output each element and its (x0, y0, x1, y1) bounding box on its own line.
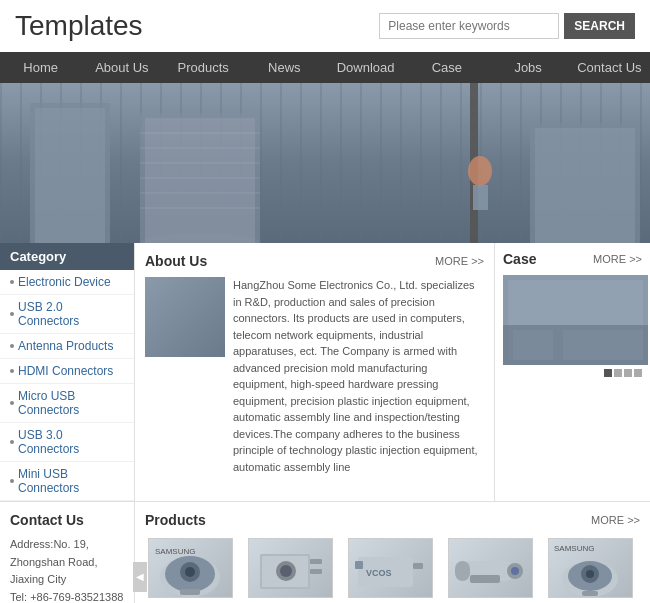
search-area: SEARCH (379, 13, 635, 39)
product-image-2 (248, 538, 333, 598)
product-image-4 (448, 538, 533, 598)
sidebar: Category Electronic Device USB 2.0 Conne… (0, 243, 135, 502)
product-cam-svg-4 (450, 539, 530, 597)
sidebar-item-miniusb[interactable]: Mini USB Connectors (0, 462, 134, 501)
svg-rect-47 (582, 591, 598, 596)
svg-rect-15 (535, 128, 635, 243)
sidebar-item-usb2[interactable]: USB 2.0 Connectors (0, 295, 134, 334)
svg-rect-36 (413, 563, 423, 569)
nav-products[interactable]: Products (163, 52, 244, 83)
page-dot-2[interactable] (614, 369, 622, 377)
svg-point-25 (185, 567, 195, 577)
products-grid: ◀ SAMSUNG Electronic device (145, 538, 640, 603)
svg-point-40 (511, 567, 519, 575)
svg-rect-41 (455, 561, 470, 581)
svg-point-46 (586, 570, 594, 578)
nav-jobs[interactable]: Jobs (488, 52, 569, 83)
pagination (503, 369, 642, 377)
products-more[interactable]: MORE >> (591, 514, 640, 526)
page-dot-4[interactable] (634, 369, 642, 377)
svg-rect-21 (603, 330, 643, 360)
category-title: Category (0, 243, 134, 270)
case-section: Case MORE >> (495, 243, 650, 502)
case-header: Case MORE >> (503, 251, 642, 267)
nav-download[interactable]: Download (325, 52, 406, 83)
product-image-1: SAMSUNG (148, 538, 233, 598)
sidebar-item-microusb[interactable]: Micro USB Connectors (0, 384, 134, 423)
contact-address: Address:No. 19, Zhongshan Road, Jiaxing … (10, 536, 124, 603)
product-item-2: Electronic device (248, 538, 338, 603)
about-title: About Us (145, 253, 207, 269)
product-image-5: SAMSUNG (548, 538, 633, 598)
case-more[interactable]: MORE >> (593, 253, 642, 265)
svg-rect-42 (470, 575, 500, 583)
main-content: Category Electronic Device USB 2.0 Conne… (0, 243, 650, 603)
page-dot-3[interactable] (624, 369, 632, 377)
site-title: Templates (15, 10, 143, 42)
sidebar-item-electronic[interactable]: Electronic Device (0, 270, 134, 295)
svg-rect-32 (310, 559, 322, 564)
contact-section: Contact Us Address:No. 19, Zhongshan Roa… (0, 502, 135, 603)
svg-text:SAMSUNG: SAMSUNG (554, 544, 594, 553)
case-title: Case (503, 251, 536, 267)
top-row: Category Electronic Device USB 2.0 Conne… (0, 243, 650, 502)
svg-rect-33 (310, 569, 322, 574)
nav-news[interactable]: News (244, 52, 325, 83)
sidebar-item-antenna[interactable]: Antenna Products (0, 334, 134, 359)
bottom-row: Contact Us Address:No. 19, Zhongshan Roa… (0, 502, 650, 603)
svg-rect-37 (355, 561, 363, 569)
tel-line: Tel: +86-769-83521388 (10, 589, 124, 603)
svg-text:VCOS: VCOS (366, 568, 392, 578)
products-title: Products (145, 512, 206, 528)
products-header: Products MORE >> (145, 512, 640, 528)
about-content: HangZhou Some Electronics Co., Ltd. spec… (145, 277, 484, 475)
search-input[interactable] (379, 13, 559, 39)
product-cam-svg-3: VCOS (350, 539, 430, 597)
svg-rect-19 (513, 330, 553, 360)
svg-rect-13 (473, 185, 488, 210)
products-prev-btn[interactable]: ◀ (133, 562, 147, 592)
page-dot-1[interactable] (604, 369, 612, 377)
svg-rect-20 (563, 330, 603, 360)
product-cam-svg-2 (250, 539, 330, 597)
svg-rect-26 (180, 589, 200, 595)
about-header: About Us MORE >> (145, 253, 484, 269)
about-section: About Us MORE >> HangZhou Some Electroni… (135, 243, 495, 502)
header: Templates SEARCH (0, 0, 650, 52)
nav-contact[interactable]: Contact Us (569, 52, 650, 83)
about-text: HangZhou Some Electronics Co., Ltd. spec… (233, 277, 484, 475)
case-svg (503, 275, 648, 365)
address-line: Address:No. 19, Zhongshan Road, Jiaxing … (10, 536, 124, 589)
svg-rect-1 (35, 108, 105, 243)
search-button[interactable]: SEARCH (564, 13, 635, 39)
product-item-5: SAMSUNG Electronic device (548, 538, 638, 603)
contact-title: Contact Us (10, 512, 124, 528)
nav-home[interactable]: Home (0, 52, 81, 83)
svg-point-12 (468, 156, 492, 186)
about-more[interactable]: MORE >> (435, 255, 484, 267)
product-item-3: VCOS Electronic device (348, 538, 438, 603)
hero-svg (0, 83, 650, 243)
product-cam-svg-5: SAMSUNG (550, 539, 630, 597)
product-item-4: Electronic device (448, 538, 538, 603)
about-image (145, 277, 225, 357)
nav-case[interactable]: Case (406, 52, 487, 83)
svg-rect-4 (145, 118, 255, 243)
main-nav: Home About Us Products News Download Cas… (0, 52, 650, 83)
nav-about[interactable]: About Us (81, 52, 162, 83)
category-section: Category Electronic Device USB 2.0 Conne… (0, 243, 134, 502)
products-section: Products MORE >> ◀ SAMSUNG (135, 502, 650, 603)
svg-text:SAMSUNG: SAMSUNG (155, 547, 195, 556)
hero-banner (0, 83, 650, 243)
sidebar-item-hdmi[interactable]: HDMI Connectors (0, 359, 134, 384)
svg-point-31 (280, 565, 292, 577)
case-image (503, 275, 642, 365)
product-cam-svg-1: SAMSUNG (150, 539, 230, 597)
product-image-3: VCOS (348, 538, 433, 598)
sidebar-item-usb3[interactable]: USB 3.0 Connectors (0, 423, 134, 462)
product-item-1: SAMSUNG Electronic device (148, 538, 238, 603)
